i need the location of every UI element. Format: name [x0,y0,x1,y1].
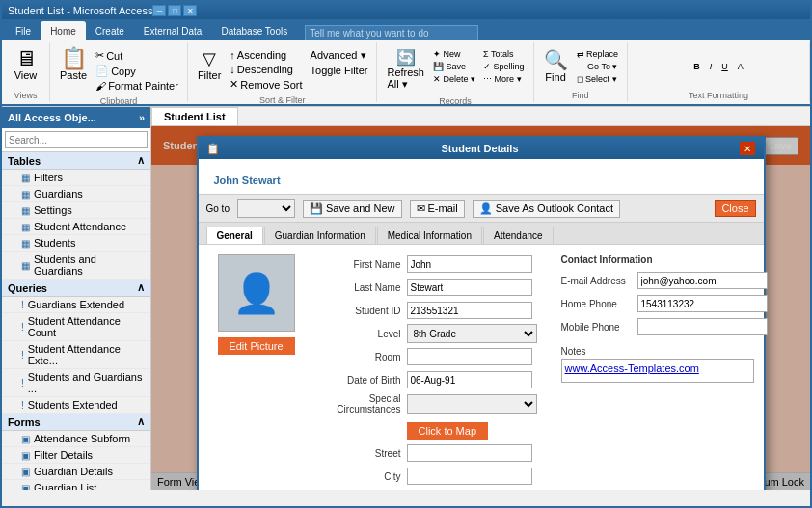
tell-me-input[interactable] [305,25,478,40]
italic-button[interactable]: I [707,61,716,72]
home-phone-label: Home Phone [561,299,634,309]
email-address-row: E-mail Address [561,271,754,290]
level-select[interactable]: 8th Grade [407,324,537,343]
content-tabs: Student List [151,107,810,126]
copy-button[interactable]: 📄Copy [93,64,181,78]
close-window-btn[interactable]: ✕ [183,5,197,16]
go-to-button[interactable]: → Go To ▾ [574,61,622,72]
tab-database-tools[interactable]: Database Tools [211,21,297,40]
underline-button[interactable]: U [718,61,731,72]
room-input[interactable] [407,348,532,365]
nav-item-guardians[interactable]: ▦ Guardians [2,186,150,202]
guardian-details-icon: ▣ [21,467,30,477]
totals-button[interactable]: Σ Totals [480,48,528,60]
nav-item-guardian-list[interactable]: ▣ Guardian List [2,480,150,490]
text-formatting-group-label: Text Formatting [689,91,748,100]
toggle-filter-button[interactable]: Toggle Filter [308,64,371,77]
notes-content[interactable]: www.Access-Templates.com [561,359,754,383]
refresh-all-button[interactable]: 🔄 RefreshAll ▾ [383,46,428,93]
replace-button[interactable]: ⇄ Replace [574,48,622,60]
view-button[interactable]: 🖥 View [11,46,41,83]
title-bar-controls[interactable]: ─ □ ✕ [152,5,197,16]
nav-header-title: All Access Obje... [8,112,96,123]
modal-close-x-btn[interactable]: ✕ [740,142,755,155]
nav-header: All Access Obje... » [2,107,150,128]
street-input[interactable] [407,444,532,462]
spelling-button[interactable]: ✓ Spelling [480,61,528,72]
forms-section-header[interactable]: Forms ∧ [2,414,150,431]
nav-item-attendance-subform[interactable]: ▣ Attendance Subform [2,431,150,447]
descending-button[interactable]: ↓Descending [227,63,305,76]
home-phone-input[interactable] [637,295,768,312]
guardian-list-icon: ▣ [21,483,30,491]
student-id-input[interactable] [407,302,532,319]
save-record-button[interactable]: 💾 Save [430,61,478,72]
tab-external-data[interactable]: External Data [134,21,212,40]
first-name-row: First Name [314,254,552,274]
city-input[interactable] [407,468,532,485]
form-section: First Name Last Name Student ID [314,254,552,486]
format-painter-button[interactable]: 🖌Format Painter [93,79,181,93]
email-address-input[interactable] [637,272,768,289]
more-button[interactable]: ⋯ More ▾ [480,73,528,85]
home-phone-row: Home Phone [561,294,754,313]
maximize-btn[interactable]: □ [168,5,181,16]
ribbon-group-views: 🖥 View Views [2,42,50,102]
ascending-button[interactable]: ↑Ascending [227,48,305,62]
cut-button[interactable]: ✂Cut [93,48,181,63]
find-button[interactable]: 🔍 Find [540,46,572,85]
tab-create[interactable]: Create [86,21,134,40]
form-tab-medical[interactable]: Medical Information [377,227,482,244]
special-circumstances-select[interactable] [407,394,537,414]
delete-record-button[interactable]: ✕ Delete ▾ [430,73,478,85]
mobile-phone-input[interactable] [637,318,768,335]
go-to-select[interactable] [237,199,295,218]
ribbon-group-content-text: B I U A [690,44,746,89]
first-name-input[interactable] [407,255,532,273]
content-tab-student-list[interactable]: Student List [151,107,238,125]
modal-close-btn[interactable]: Close [715,200,755,217]
edit-picture-btn[interactable]: Edit Picture [218,337,295,355]
form-tab-attendance[interactable]: Attendance [483,227,554,244]
queries-section-header[interactable]: Queries ∧ [2,280,150,297]
nav-item-guardian-details[interactable]: ▣ Guardian Details [2,464,150,480]
nav-item-students-and-guardians-q[interactable]: ! Students and Guardians ... [2,369,150,397]
email-btn[interactable]: ✉ E-mail [410,200,465,218]
nav-item-filters[interactable]: ▦ Filters [2,170,150,186]
save-and-new-btn[interactable]: 💾 Save and New [303,200,402,218]
nav-item-student-attendance[interactable]: ▦ Student Attendance [2,219,150,235]
nav-header-arrow[interactable]: » [139,112,145,123]
save-as-outlook-btn[interactable]: 👤 Save As Outlook Contact [473,200,620,218]
nav-item-students-extended[interactable]: ! Students Extended [2,397,150,414]
descending-icon: ↓ [230,64,235,75]
last-name-input[interactable] [407,279,532,296]
paste-button[interactable]: 📋 Paste [56,46,91,83]
student-id-row: Student ID [314,301,552,320]
tab-home[interactable]: Home [41,21,86,40]
remove-sort-button[interactable]: ✕Remove Sort [227,77,305,92]
ribbon-group-content-records: 🔄 RefreshAll ▾ ✦ New 💾 Save ✕ Delete ▾ Σ… [383,44,527,94]
new-record-button[interactable]: ✦ New [430,48,478,60]
bold-button[interactable]: B [690,61,703,72]
click-to-map-btn[interactable]: Click to Map [407,422,489,440]
guardians-extended-icon: ! [21,300,24,310]
nav-item-guardians-extended[interactable]: ! Guardians Extended [2,297,150,313]
notes-link[interactable]: www.Access-Templates.com [565,362,699,374]
font-color-button[interactable]: A [735,61,746,72]
nav-search-input[interactable] [5,131,148,148]
nav-item-student-attendance-count[interactable]: ! Student Attendance Count [2,313,150,341]
select-button[interactable]: ◻ Select ▾ [574,73,622,85]
tab-file[interactable]: File [6,21,41,40]
nav-item-students-and-guardians[interactable]: ▦ Students and Guardians [2,252,150,280]
tables-section-header[interactable]: Tables ∧ [2,152,150,170]
minimize-btn[interactable]: ─ [152,5,166,16]
form-tab-general[interactable]: General [206,227,263,244]
filter-button[interactable]: ▽ Filter [194,46,225,83]
dob-input[interactable] [407,371,532,388]
form-tab-guardian[interactable]: Guardian Information [264,227,376,244]
nav-item-student-attendance-ext[interactable]: ! Student Attendance Exte... [2,341,150,369]
advanced-button[interactable]: Advanced ▾ [308,48,371,63]
nav-item-filter-details[interactable]: ▣ Filter Details [2,447,150,464]
nav-item-students[interactable]: ▦ Students [2,235,150,252]
nav-item-settings[interactable]: ▦ Settings [2,202,150,219]
